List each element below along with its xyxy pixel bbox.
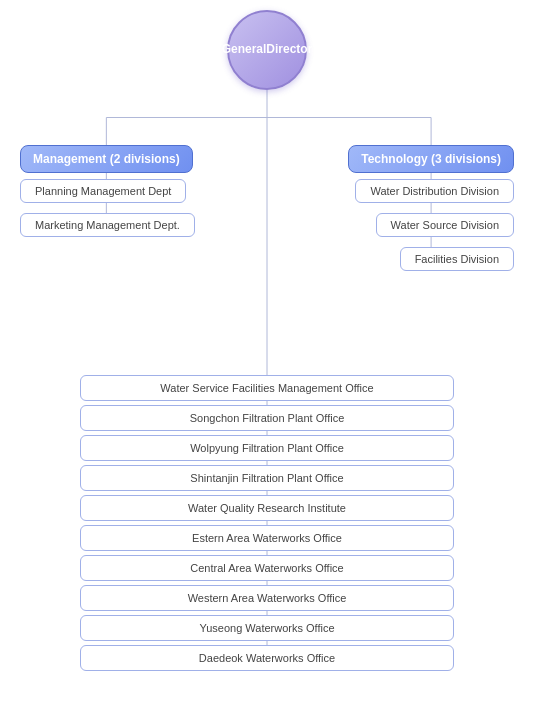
management-division-header: Management (2 divisions): [20, 145, 193, 173]
dept-water-distribution: Water Distribution Division: [355, 179, 514, 203]
office-western: Western Area Waterworks Office: [80, 585, 454, 611]
office-wolpyung: Wolpyung Filtration Plant Office: [80, 435, 454, 461]
office-central: Central Area Waterworks Office: [80, 555, 454, 581]
office-water-quality: Water Quality Research Institute: [80, 495, 454, 521]
org-chart: General Director Management (2 divisions…: [0, 0, 534, 691]
dept-planning: Planning Management Dept: [20, 179, 186, 203]
office-shintanjin: Shintanjin Filtration Plant Office: [80, 465, 454, 491]
general-director-node: General Director: [227, 10, 307, 90]
general-director-label-line2: Director: [266, 42, 312, 58]
technology-division-header: Technology (3 divisions): [348, 145, 514, 173]
dept-water-source: Water Source Division: [376, 213, 514, 237]
office-songchon: Songchon Filtration Plant Office: [80, 405, 454, 431]
office-estern: Estern Area Waterworks Office: [80, 525, 454, 551]
dept-facilities: Facilities Division: [400, 247, 514, 271]
office-yuseong: Yuseong Waterworks Office: [80, 615, 454, 641]
general-director-label-line1: General: [222, 42, 267, 58]
dept-marketing: Marketing Management Dept.: [20, 213, 195, 237]
office-water-service: Water Service Facilities Management Offi…: [80, 375, 454, 401]
office-daedeok: Daedeok Waterworks Office: [80, 645, 454, 671]
